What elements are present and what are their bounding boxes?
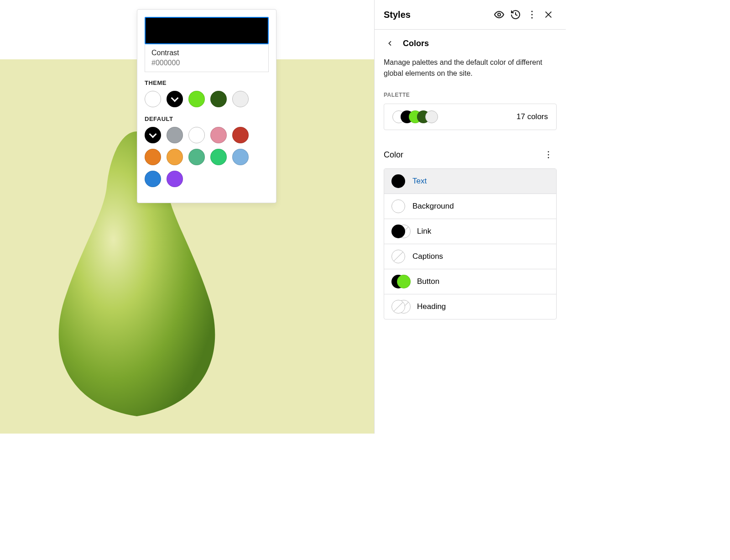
color-swatch[interactable] [145, 127, 161, 143]
color-item-heading[interactable]: Heading [384, 294, 556, 319]
palette-label: PALETTE [384, 92, 557, 98]
more-vertical-icon [527, 9, 537, 20]
panel-body: Colors Manage palettes and the default c… [375, 30, 566, 327]
palette-preview-circle [425, 110, 438, 123]
color-swatch[interactable] [232, 149, 249, 165]
color-item-label: Background [412, 202, 454, 211]
color-item-label: Heading [417, 302, 446, 311]
color-swatch[interactable] [167, 127, 183, 143]
color-swatch[interactable] [210, 127, 227, 143]
chevron-left-icon [386, 39, 394, 48]
color-item-background[interactable]: Background [384, 194, 556, 219]
color-swatch[interactable] [188, 127, 205, 143]
color-item-label: Button [417, 277, 439, 286]
back-button[interactable] [384, 37, 396, 50]
color-swatch[interactable] [167, 171, 183, 187]
palette-count: 17 colors [516, 112, 548, 121]
color-more-button[interactable] [540, 147, 557, 163]
panel-title: Styles [384, 10, 491, 20]
color-item-label: Captions [412, 252, 443, 261]
color-item-swatch [391, 275, 410, 288]
close-icon [543, 10, 553, 20]
color-popover: Contrast #000000 THEME DEFAULT [137, 9, 276, 203]
color-swatch[interactable] [167, 91, 183, 107]
color-swatch[interactable] [232, 127, 249, 143]
color-item-text[interactable]: Text [384, 169, 556, 194]
color-section-header: Color [384, 147, 557, 163]
color-item-swatch [391, 250, 405, 263]
color-swatch[interactable] [188, 91, 205, 107]
color-swatch[interactable] [167, 149, 183, 165]
color-swatch[interactable] [145, 149, 161, 165]
color-list: TextBackgroundLinkCaptionsButtonHeading [384, 168, 557, 319]
history-icon [510, 9, 521, 20]
color-item-captions[interactable]: Captions [384, 244, 556, 269]
editor-canvas: Contrast #000000 THEME DEFAULT [0, 0, 374, 434]
color-item-swatch [391, 174, 405, 188]
more-vertical-icon [543, 150, 553, 160]
default-group-label: DEFAULT [145, 115, 269, 122]
svg-point-8 [548, 157, 549, 158]
color-item-swatch [391, 225, 410, 238]
color-item-label: Link [417, 227, 431, 236]
revisions-button[interactable] [507, 6, 524, 23]
svg-point-0 [498, 13, 501, 16]
theme-group-label: THEME [145, 79, 269, 86]
panel-header: Styles [375, 0, 566, 30]
selected-color-name: Contrast [151, 49, 262, 57]
palette-card[interactable]: 17 colors [384, 104, 557, 130]
palette-preview-stack [392, 110, 438, 123]
section-title: Colors [403, 39, 429, 48]
more-button[interactable] [524, 6, 540, 23]
color-swatch[interactable] [232, 91, 249, 107]
color-swatch[interactable] [210, 149, 227, 165]
color-swatch[interactable] [145, 91, 161, 107]
color-swatch[interactable] [145, 171, 161, 187]
theme-swatch-row [145, 91, 269, 107]
selected-color-hex: #000000 [151, 59, 262, 67]
color-item-button[interactable]: Button [384, 269, 556, 294]
color-item-link[interactable]: Link [384, 219, 556, 244]
color-swatch[interactable] [210, 91, 227, 107]
svg-point-3 [531, 17, 532, 18]
color-swatch[interactable] [188, 149, 205, 165]
eye-icon [494, 9, 505, 20]
default-swatch-row [145, 127, 269, 187]
close-button[interactable] [540, 6, 557, 23]
svg-point-2 [531, 14, 532, 15]
selected-color-preview[interactable] [145, 17, 269, 44]
svg-point-1 [531, 10, 532, 12]
selected-color-meta: Contrast #000000 [145, 44, 269, 72]
color-heading: Color [384, 150, 403, 160]
styles-panel: Styles Colors Manage palettes and the de… [374, 0, 566, 434]
svg-point-7 [548, 154, 549, 156]
color-item-label: Text [412, 177, 427, 186]
color-item-swatch [391, 300, 410, 314]
svg-point-6 [548, 151, 549, 152]
breadcrumb: Colors [384, 37, 557, 50]
style-book-button[interactable] [491, 6, 507, 23]
section-description: Manage palettes and the default color of… [384, 57, 557, 79]
color-item-swatch [391, 199, 405, 213]
